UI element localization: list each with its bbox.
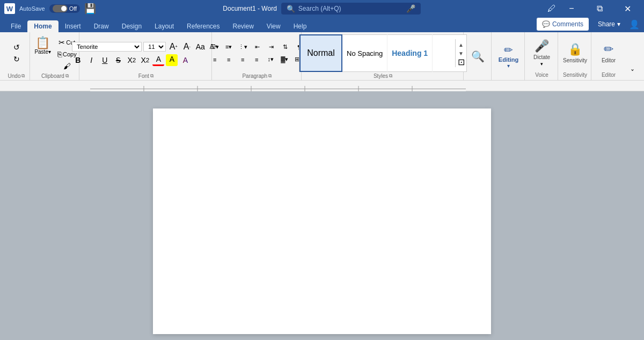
save-icon[interactable]: 💾 <box>84 3 96 15</box>
find-button[interactable]: 🔍 <box>469 49 487 64</box>
document-page[interactable] <box>153 108 491 334</box>
styles-scroll-up[interactable]: ▲ <box>457 40 465 49</box>
clipboard-expand-icon[interactable]: ⧉ <box>65 73 69 79</box>
font-expand-icon[interactable]: ⧉ <box>150 73 153 79</box>
bold-button[interactable]: B <box>72 54 84 66</box>
doc-container <box>0 81 644 340</box>
tab-draw[interactable]: Draw <box>87 20 115 32</box>
shading-button[interactable]: ▓▾ <box>278 54 291 65</box>
ruler-svg <box>90 81 466 91</box>
paste-icon: 📋 <box>35 37 50 49</box>
dictate-dropdown-icon: ▾ <box>540 61 543 67</box>
font-group-label: Font ⧉ <box>138 72 153 79</box>
redo-button[interactable]: ↻ <box>10 54 23 64</box>
multilevel-button[interactable]: ⋮▾ <box>236 42 250 53</box>
paragraph-group: ☰▾ ≡▾ ⋮▾ ⇤ ⇥ ⇅ ¶ ≡ ≡ ≡ ≡ ↕▾ ▓▾ ⊞▾ <box>213 32 302 80</box>
italic-button[interactable]: I <box>85 54 97 66</box>
subscript-button[interactable]: X2 <box>126 54 137 66</box>
comments-button[interactable]: 💬 Comments <box>536 17 589 31</box>
close-button[interactable]: ✕ <box>615 0 640 17</box>
align-center-button[interactable]: ≡ <box>222 54 235 65</box>
redo-icon: ↻ <box>13 55 20 63</box>
font-size-select[interactable]: 11 <box>143 42 166 52</box>
editing-label: Editing <box>499 56 518 63</box>
undo-button[interactable]: ↺ <box>10 42 23 53</box>
tab-home[interactable]: Home <box>27 20 58 32</box>
increase-font-btn[interactable]: A+ <box>167 41 179 53</box>
paste-button[interactable]: 📋 Paste ▾ <box>31 35 54 57</box>
format-painter-icon: 🖌 <box>63 62 71 70</box>
styles-expand-button[interactable]: ⊡ <box>457 57 465 66</box>
sort-button[interactable]: ⇅ <box>279 42 291 53</box>
editor-icon: ✏ <box>604 42 613 56</box>
style-normal[interactable]: Normal <box>299 34 342 72</box>
person-icon[interactable]: 👤 <box>629 19 640 30</box>
undo-expand-icon[interactable]: ⧉ <box>21 73 25 79</box>
toggle-thumb <box>61 6 67 11</box>
styles-expand-icon[interactable]: ⧉ <box>389 73 392 79</box>
voice-label: Voice <box>535 71 548 78</box>
title-bar: W AutoSave Off 💾 Document1 - Word 🔍 🎤 🖊 … <box>0 0 644 17</box>
editor-group-label: Editor <box>602 71 616 78</box>
style-heading1[interactable]: Heading 1 <box>387 34 433 72</box>
tab-file[interactable]: File <box>4 20 27 32</box>
superscript-button[interactable]: X2 <box>139 54 151 66</box>
sensitivity-group-label: Sensitivity <box>563 71 587 78</box>
editor-group: ✏ Editor Editor <box>592 32 625 80</box>
ribbon-tabs: File Home Insert Draw Design Layout Refe… <box>0 17 644 32</box>
font-effect-btn[interactable]: A <box>179 54 191 66</box>
styles-gallery: Normal No Spacing Heading 1 ▲ ▼ ⊡ <box>299 34 467 72</box>
justify-button[interactable]: ≡ <box>250 54 263 65</box>
ribbon-collapse-button[interactable]: ˅ <box>626 67 639 78</box>
horizontal-ruler <box>0 81 644 91</box>
toggle-state-label: Off <box>69 5 77 12</box>
style-no-spacing[interactable]: No Spacing <box>342 34 387 72</box>
tab-help[interactable]: Help <box>287 20 313 32</box>
pen-icon[interactable]: 🖊 <box>547 4 556 13</box>
document-scroll-area[interactable] <box>0 91 644 340</box>
underline-button[interactable]: U <box>99 54 111 66</box>
highlight-color-btn[interactable]: A <box>166 54 178 66</box>
paste-dropdown-icon[interactable]: ▾ <box>48 49 51 55</box>
tab-design[interactable]: Design <box>115 20 148 32</box>
style-heading1-preview: Heading 1 <box>392 49 428 57</box>
align-right-button[interactable]: ≡ <box>236 54 249 65</box>
mic-icon[interactable]: 🎤 <box>406 4 415 13</box>
numbering-button[interactable]: ≡▾ <box>222 42 235 53</box>
search-input[interactable] <box>298 5 403 12</box>
share-label: Share <box>598 20 615 28</box>
bullets-button[interactable]: ☰▾ <box>208 42 221 53</box>
tab-review[interactable]: Review <box>226 20 260 32</box>
align-left-button[interactable]: ≡ <box>208 54 221 65</box>
tab-layout[interactable]: Layout <box>148 20 180 32</box>
decrease-indent-button[interactable]: ⇤ <box>251 42 264 53</box>
ribbon-more: ˅ <box>626 32 641 80</box>
tab-references[interactable]: References <box>180 20 226 32</box>
font-family-select[interactable]: Tenorite <box>72 42 142 52</box>
strikethrough-button[interactable]: S̶ <box>112 54 124 66</box>
change-case-btn[interactable]: Aa <box>194 41 206 53</box>
comments-icon: 💬 <box>542 20 550 28</box>
font-color-btn[interactable]: A <box>152 54 164 66</box>
decrease-font-btn[interactable]: A- <box>181 41 193 53</box>
line-spacing-button[interactable]: ↕▾ <box>264 54 277 65</box>
share-button[interactable]: Share ▾ <box>592 17 626 31</box>
autosave-toggle[interactable]: Off <box>49 4 80 13</box>
toggle-track <box>53 5 68 12</box>
svg-rect-1 <box>90 89 466 89</box>
restore-button[interactable]: ⧉ <box>587 0 612 17</box>
style-no-spacing-preview: No Spacing <box>347 49 383 57</box>
increase-indent-button[interactable]: ⇥ <box>265 42 277 53</box>
paste-label: Paste <box>34 49 48 55</box>
tab-insert[interactable]: Insert <box>58 20 87 32</box>
styles-list: Normal No Spacing Heading 1 <box>299 34 455 72</box>
tab-view[interactable]: View <box>260 20 287 32</box>
editing-button[interactable]: ✏ Editing ▾ <box>494 41 523 71</box>
title-bar-center: Document1 - Word 🔍 🎤 <box>96 3 547 15</box>
paragraph-expand-icon[interactable]: ⧉ <box>268 73 272 79</box>
font-row1: Tenorite 11 A+ A- Aa A✕ <box>72 41 219 53</box>
minimize-button[interactable]: − <box>559 0 584 17</box>
share-dropdown-icon: ▾ <box>617 20 620 28</box>
copy-icon: ⎘ <box>57 50 62 58</box>
undo-group: ↺ ↻ Undo ⧉ <box>3 32 30 80</box>
